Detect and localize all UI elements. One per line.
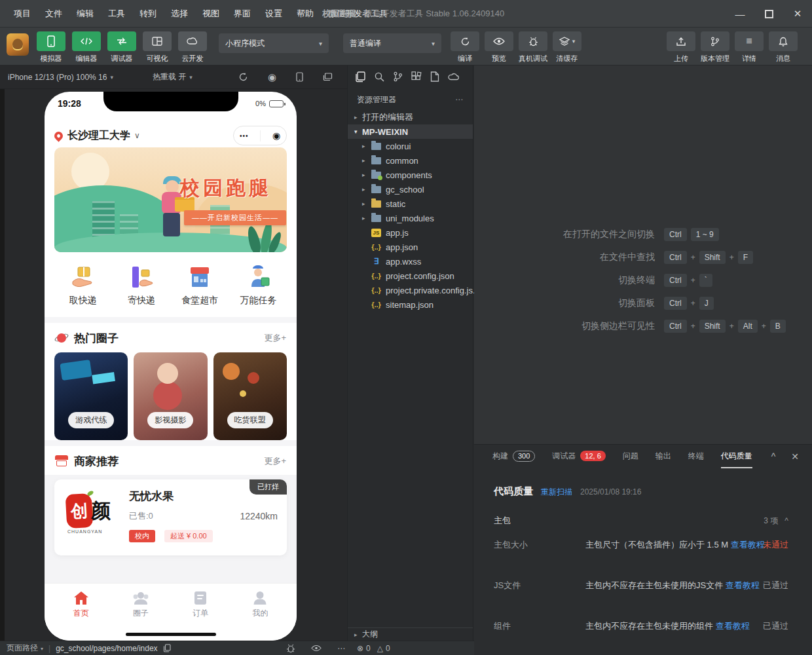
upload-button[interactable]: 上传 (667, 31, 695, 64)
tree-file-project-config[interactable]: {..}project.config.json (348, 269, 473, 283)
view-tutorial-link[interactable]: 查看教程 (716, 621, 750, 631)
extensions-icon[interactable] (411, 71, 422, 82)
hot-circles-more-link[interactable]: 更多+ (264, 332, 286, 344)
location-selector[interactable]: 长沙理工大学 (67, 129, 130, 143)
quick-action-canteen[interactable]: 食堂超市 (176, 265, 223, 307)
device-frame-icon[interactable] (296, 72, 303, 82)
campus-banner[interactable]: 校园跑腿 ——开启新校园生活—— (54, 147, 287, 252)
quick-action-tasks[interactable]: 万能任务 (234, 265, 282, 307)
menu-tools[interactable]: 工具 (102, 5, 131, 22)
simulator-toggle-button[interactable]: 模拟器 (37, 31, 65, 64)
tree-file-app-wxss[interactable]: ∃app.wxss (348, 254, 473, 269)
tree-folder-gc-school[interactable]: ▸gc_school (348, 182, 473, 196)
panel-tab-build[interactable]: 构建300 (492, 445, 535, 468)
hot-reload-toggle[interactable]: 热重载 开 ▾ (153, 71, 193, 83)
menu-view[interactable]: 视图 (196, 5, 225, 22)
mode-dropdown[interactable]: 小程序模式 ▾ (219, 33, 329, 53)
card-photography[interactable]: 影视摄影 (134, 352, 207, 440)
minimize-button[interactable]: — (726, 0, 754, 28)
multi-window-icon[interactable] (323, 73, 333, 81)
people-icon (132, 590, 149, 606)
tree-open-editors[interactable]: ▸打开的编辑器 (348, 110, 473, 124)
hamburger-icon: ≡ (746, 36, 752, 47)
outline-section[interactable]: ▸ 大纲 (348, 627, 473, 641)
menu-help[interactable]: 帮助 (291, 5, 320, 22)
copy-icon[interactable] (163, 644, 171, 652)
ellipsis-icon[interactable]: ⋯ (337, 644, 345, 653)
menu-file[interactable]: 文件 (39, 5, 68, 22)
vconsole-icon[interactable] (286, 644, 295, 653)
more-menu-button[interactable]: ••• (240, 132, 249, 140)
tree-file-sitemap[interactable]: {..}sitemap.json (348, 297, 473, 312)
clear-cache-button[interactable]: ▾ 清缓存 (553, 31, 581, 64)
panel-collapse-icon[interactable]: ^ (771, 451, 776, 462)
panel-tab-debugger[interactable]: 调试器12, 6 (552, 445, 605, 468)
tree-file-app-json[interactable]: {..}app.json (348, 240, 473, 254)
group-collapse-icon[interactable]: ^ (784, 516, 788, 525)
device-selector[interactable]: iPhone 12/13 (Pro) 100% 16 ▾ (8, 73, 113, 82)
card-foodie-union[interactable]: 吃货联盟 (213, 352, 287, 440)
editor-toggle-button[interactable]: 编辑器 (72, 31, 101, 64)
tree-folder-common[interactable]: ▸common (348, 153, 473, 168)
menu-project[interactable]: 项目 (8, 5, 37, 22)
merchant-more-link[interactable]: 更多+ (264, 455, 286, 467)
panel-tab-output[interactable]: 输出 (655, 445, 671, 468)
tab-home[interactable]: 首页 (62, 590, 101, 641)
source-control-icon[interactable] (393, 71, 403, 82)
compile-button[interactable]: 编译 (451, 31, 479, 64)
quick-action-send[interactable]: 寄快递 (118, 265, 165, 307)
panel-tab-terminal[interactable]: 终端 (688, 445, 704, 468)
cloud-dev-button[interactable]: 云开发 (178, 31, 207, 64)
menu-settings[interactable]: 设置 (259, 5, 288, 22)
search-icon[interactable] (374, 71, 384, 82)
phone-icon (47, 35, 55, 47)
debugger-toggle-button[interactable]: 调试器 (107, 31, 136, 64)
ellipsis-icon[interactable]: ⋯ (455, 95, 464, 104)
quick-action-pickup[interactable]: 取快递 (60, 265, 107, 307)
page-path-selector[interactable]: 页面路径▾ (7, 643, 43, 654)
tab-profile[interactable]: 我的 (240, 590, 280, 641)
simulator-toolbar: iPhone 12/13 (Pro) 100% 16 ▾ 热重载 开 ▾ ◉ (0, 66, 347, 89)
panel-close-icon[interactable]: ✕ (791, 451, 799, 462)
menu-select[interactable]: 选择 (165, 5, 194, 22)
panel-tab-problems[interactable]: 问题 (623, 445, 638, 468)
record-icon[interactable]: ◉ (268, 72, 276, 82)
version-control-button[interactable]: 版本管理 (701, 31, 729, 64)
cloud-panel-icon[interactable] (448, 73, 459, 81)
close-miniprogram-button[interactable]: ◉ (272, 131, 280, 140)
user-avatar[interactable] (7, 33, 29, 56)
panel-tab-code-quality[interactable]: 代码质量 (721, 445, 752, 468)
tree-folder-uni-modules[interactable]: ▸uni_modules (348, 211, 473, 225)
maximize-button[interactable] (754, 0, 783, 28)
tree-file-project-private-config[interactable]: {..}project.private.config.js... (348, 283, 473, 297)
device-debug-button[interactable]: 真机调试 (519, 31, 547, 64)
storefront-icon (55, 455, 68, 467)
tree-file-app-js[interactable]: JSapp.js (348, 225, 473, 240)
preview-button[interactable]: 预览 (485, 31, 513, 64)
menu-edit[interactable]: 编辑 (71, 5, 100, 22)
compile-mode-dropdown[interactable]: 普通编译 ▾ (343, 33, 441, 53)
card-game-boosting[interactable]: 游戏代练 (54, 352, 128, 440)
tree-root-mp-weixin[interactable]: ▾MP-WEIXIN (348, 124, 473, 139)
messages-button[interactable]: 消息 (769, 31, 798, 64)
page-path-value: gc_school/pages/home/index (56, 644, 157, 653)
problems-indicator[interactable]: ⊗ 0 △ 0 (357, 644, 390, 653)
rotate-icon[interactable] (238, 72, 248, 82)
menu-goto[interactable]: 转到 (134, 5, 162, 22)
details-button[interactable]: ≡ 详情 (735, 31, 764, 64)
tree-folder-static[interactable]: ▸static (348, 196, 473, 211)
files-icon[interactable] (354, 71, 365, 83)
file-preview-icon[interactable] (430, 71, 439, 82)
rescan-link[interactable]: 重新扫描 (541, 487, 572, 498)
tree-folder-components[interactable]: ▸components (348, 168, 473, 182)
view-tutorial-link[interactable]: 查看教程 (726, 580, 760, 590)
error-count: 0 (366, 644, 371, 653)
close-button[interactable]: ✕ (783, 0, 812, 28)
merchant-card[interactable]: 已打烊 创 颜 CHUANGYAN 无忧水果 已售:0 12240km 校内 (54, 479, 287, 555)
menu-interface[interactable]: 界面 (228, 5, 257, 22)
visualize-button[interactable]: 可视化 (143, 31, 172, 64)
app-header: 长沙理工大学 ∨ ••• ◉ (45, 123, 297, 148)
view-tutorial-link[interactable]: 查看教程 (731, 540, 765, 550)
eye-icon[interactable] (311, 645, 322, 652)
tree-folder-colorui[interactable]: ▸colorui (348, 139, 473, 153)
